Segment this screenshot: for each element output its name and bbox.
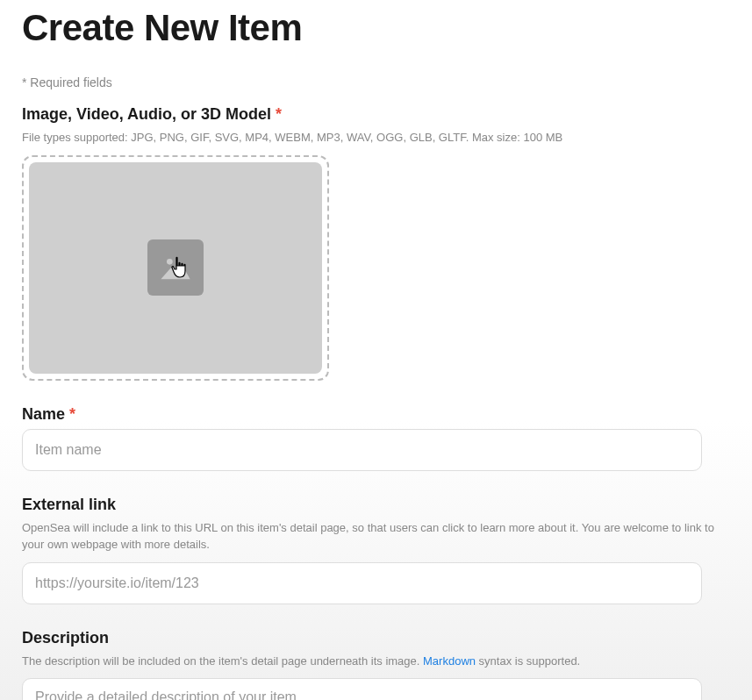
media-label-text: Image, Video, Audio, or 3D Model (22, 105, 271, 123)
name-label: Name * (22, 405, 730, 424)
svg-point-0 (167, 259, 173, 265)
description-field-group: Description The description will be incl… (22, 629, 730, 701)
name-label-text: Name (22, 405, 65, 423)
description-input[interactable] (22, 678, 702, 700)
media-hint: File types supported: JPG, PNG, GIF, SVG… (22, 129, 730, 146)
description-hint-prefix: The description will be included on the … (22, 654, 423, 668)
external-link-label: External link (22, 496, 730, 514)
name-field-group: Name * (22, 405, 730, 471)
required-star: * (69, 405, 75, 423)
media-field-group: Image, Video, Audio, or 3D Model * File … (22, 105, 730, 381)
external-link-field-group: External link OpenSea will include a lin… (22, 496, 730, 604)
page-title: Create New Item (22, 7, 730, 49)
required-fields-note: * Required fields (22, 75, 730, 89)
image-placeholder-icon (147, 239, 204, 296)
media-upload-inner (29, 162, 322, 374)
external-link-input[interactable] (22, 562, 702, 604)
description-label: Description (22, 629, 730, 647)
media-upload-dropzone[interactable] (22, 155, 329, 381)
name-input[interactable] (22, 429, 702, 471)
description-hint: The description will be included on the … (22, 653, 730, 670)
description-hint-suffix: syntax is supported. (476, 654, 580, 668)
media-label: Image, Video, Audio, or 3D Model * (22, 105, 730, 124)
markdown-link[interactable]: Markdown (423, 654, 476, 668)
external-link-hint: OpenSea will include a link to this URL … (22, 519, 730, 554)
required-star: * (276, 105, 282, 123)
